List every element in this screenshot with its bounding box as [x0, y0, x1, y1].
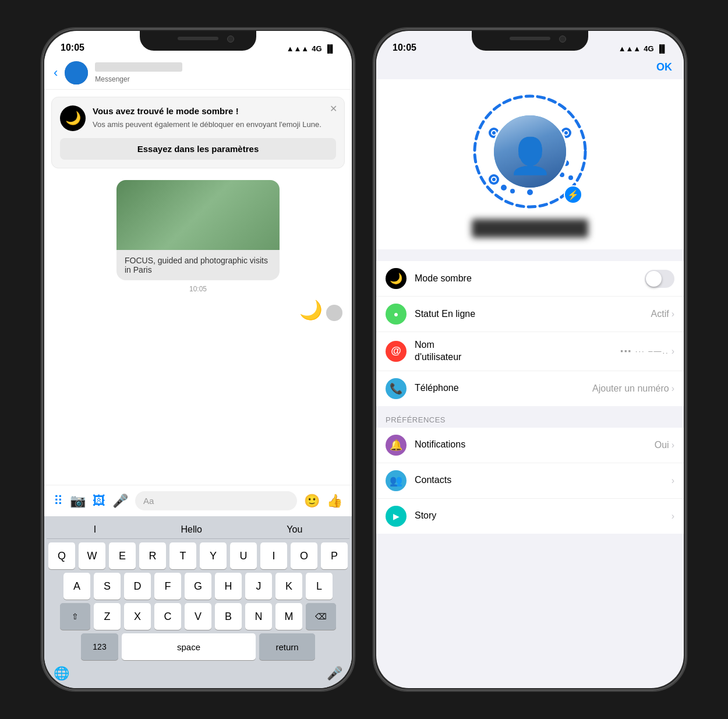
delete-key[interactable]: ⌫: [306, 603, 336, 630]
dark-mode-icon-wrap: 🌙: [386, 268, 407, 289]
settings-item-username[interactable]: @ Nomd'utilisateur ▪▪▪ ··· –—.. ›: [376, 332, 684, 371]
globe-icon[interactable]: 🌐: [54, 666, 69, 681]
key-n[interactable]: N: [245, 603, 272, 630]
keyboard: I Hello You Q W E R T Y U I O P A: [44, 516, 352, 688]
banner-close-button[interactable]: ✕: [330, 103, 337, 114]
username-label: Nomd'utilisateur: [415, 339, 620, 364]
key-j[interactable]: J: [245, 573, 272, 600]
power-button[interactable]: [354, 157, 355, 227]
settings-item-phone[interactable]: 📞 Téléphone Ajouter un numéro ›: [376, 371, 684, 406]
key-d[interactable]: D: [124, 573, 151, 600]
key-a[interactable]: A: [63, 573, 90, 600]
moon-message-bubble: 🌙: [54, 299, 342, 321]
key-c[interactable]: C: [154, 603, 181, 630]
keyboard-mic-icon[interactable]: 🎤: [327, 666, 342, 681]
key-row-4: 123 space return: [47, 633, 349, 660]
left-phone: 10:05 ▲▲▲ 4G ▐▌ ‹ Messenger: [41, 27, 355, 692]
notifications-icon: 🔔: [390, 439, 402, 452]
like-icon[interactable]: 👍: [327, 494, 342, 509]
mic-toolbar-icon[interactable]: 🎤: [112, 494, 128, 509]
svg-point-12: [568, 175, 573, 180]
key-l[interactable]: L: [306, 573, 333, 600]
banner-settings-button[interactable]: Essayez dans les paramètres: [60, 138, 336, 160]
dark-mode-toggle[interactable]: [645, 270, 674, 288]
phone-value: Ajouter un numéro: [592, 383, 669, 394]
phone-icon-wrap: 📞: [386, 378, 407, 399]
volume-down-button[interactable]: [41, 174, 42, 221]
key-e[interactable]: E: [109, 542, 136, 569]
messenger-header: ‹ Messenger: [44, 57, 352, 90]
camera-icon[interactable]: 📷: [70, 494, 86, 509]
username-icon-wrap: @: [386, 341, 407, 362]
volume-up-button-right[interactable]: [373, 133, 374, 163]
contact-sub: Messenger: [95, 75, 342, 83]
num-key[interactable]: 123: [81, 633, 118, 660]
ok-button[interactable]: OK: [656, 61, 672, 73]
suggestion-2[interactable]: Hello: [181, 524, 202, 535]
key-y[interactable]: Y: [200, 542, 227, 569]
message-input[interactable]: Aa: [135, 491, 297, 510]
dark-mode-icon: 🌙: [390, 272, 402, 285]
contacts-label: Contacts: [415, 474, 672, 487]
phone-chevron-icon: ›: [672, 383, 674, 394]
suggestion-1[interactable]: I: [94, 524, 96, 535]
banner-title: Vous avez trouvé le mode sombre !: [93, 105, 336, 117]
key-q[interactable]: Q: [48, 542, 75, 569]
key-v[interactable]: V: [185, 603, 211, 630]
key-g[interactable]: G: [185, 573, 211, 600]
online-value: Actif: [651, 309, 669, 319]
emoji-icon[interactable]: 🙂: [304, 494, 320, 509]
chat-image: [116, 180, 280, 250]
key-i[interactable]: I: [260, 542, 287, 569]
key-p[interactable]: P: [321, 542, 348, 569]
key-k[interactable]: K: [275, 573, 302, 600]
notifications-chevron-icon: ›: [672, 440, 674, 450]
volume-down-button-right[interactable]: [373, 174, 374, 221]
story-icon-wrap: ▶: [386, 506, 407, 527]
return-key[interactable]: return: [259, 633, 315, 660]
settings-section: 🌙 Mode sombre ● Statut En ligne Actif ›: [376, 261, 684, 535]
settings-item-notifications[interactable]: 🔔 Notifications Oui ›: [376, 428, 684, 463]
grid-icon[interactable]: ⠿: [54, 494, 63, 509]
svg-point-15: [527, 189, 533, 195]
story-chevron-icon: ›: [672, 511, 674, 521]
network-icon-right: 4G: [644, 44, 653, 53]
key-f[interactable]: F: [154, 573, 181, 600]
dark-mode-banner: ✕ 🌙 Vous avez trouvé le mode sombre ! Vo…: [51, 97, 345, 168]
username-value: ▪▪▪ ··· –—..: [620, 347, 669, 355]
messenger-toolbar: ⠿ 📷 🖼 🎤 Aa 🙂 👍: [44, 485, 352, 516]
phone-label: Téléphone: [415, 382, 592, 394]
settings-item-contacts[interactable]: 👥 Contacts ›: [376, 463, 684, 499]
suggestion-3[interactable]: You: [287, 524, 302, 535]
banner-desc: Vos amis peuvent également le débloquer …: [93, 119, 336, 130]
signal-icon-right: ▲▲▲: [619, 44, 641, 53]
chat-area: FOCUS, guided and photographic visits in…: [44, 175, 352, 485]
key-h[interactable]: H: [215, 573, 242, 600]
settings-header: OK: [376, 57, 684, 79]
back-button[interactable]: ‹: [54, 65, 58, 80]
key-x[interactable]: X: [124, 603, 151, 630]
moon-emoji: 🌙: [299, 299, 323, 321]
notifications-label: Notifications: [415, 439, 655, 451]
key-s[interactable]: S: [94, 573, 121, 600]
key-z[interactable]: Z: [94, 603, 121, 630]
key-t[interactable]: T: [169, 542, 196, 569]
camera: [227, 36, 234, 43]
key-w[interactable]: W: [79, 542, 105, 569]
shift-key[interactable]: ⇧: [60, 603, 90, 630]
key-suggestions: I Hello You: [47, 521, 349, 539]
key-o[interactable]: O: [291, 542, 317, 569]
settings-item-online[interactable]: ● Statut En ligne Actif ›: [376, 297, 684, 332]
image-icon[interactable]: 🖼: [93, 494, 105, 509]
key-r[interactable]: R: [139, 542, 166, 569]
key-u[interactable]: U: [230, 542, 257, 569]
battery-icon-right: ▐▌: [657, 44, 667, 53]
power-button-right[interactable]: [686, 157, 687, 227]
settings-item-story[interactable]: ▶ Story ›: [376, 499, 684, 534]
space-key[interactable]: space: [122, 633, 256, 660]
banner-top: 🌙 Vous avez trouvé le mode sombre ! Vos …: [60, 105, 336, 131]
settings-item-dark-mode[interactable]: 🌙 Mode sombre: [376, 261, 684, 297]
key-b[interactable]: B: [215, 603, 242, 630]
key-m[interactable]: M: [275, 603, 302, 630]
volume-up-button[interactable]: [41, 133, 42, 163]
